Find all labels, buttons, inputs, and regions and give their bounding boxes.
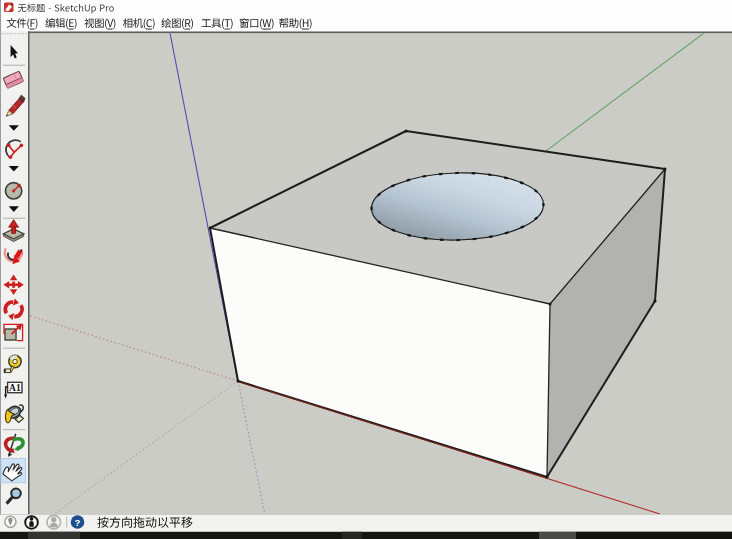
- svg-text:A1: A1: [9, 383, 21, 393]
- svg-text:?: ?: [75, 517, 81, 528]
